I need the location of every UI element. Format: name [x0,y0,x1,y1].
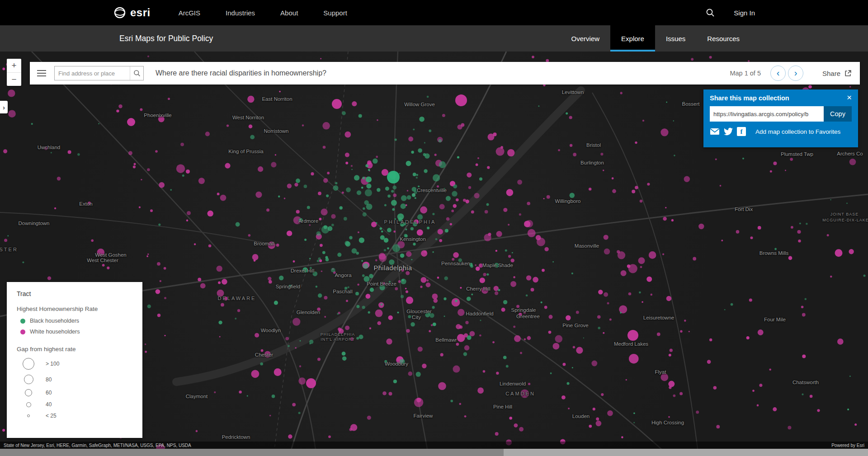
zoom-out-button[interactable]: − [7,72,21,86]
address-search-button[interactable] [130,66,143,80]
search-icon[interactable] [706,8,715,17]
map-counter: Map 1 of 5 [730,70,761,77]
tab-overview[interactable]: Overview [561,25,611,52]
nav-item-support[interactable]: Support [323,9,347,17]
nav-item-arcgis[interactable]: ArcGIS [179,9,200,17]
address-search [54,66,144,80]
share-url-field[interactable] [710,106,824,122]
esri-globe-icon [113,6,127,19]
legend-item: Black householders [20,318,132,324]
legend-size-row: 40 [17,401,132,408]
zoom-control: + − [7,59,21,86]
black-householders-swatch [20,319,25,324]
legend-item: White householders [20,329,132,335]
panel-expander[interactable]: › [0,101,8,113]
legend-size-row: 80 [17,375,132,384]
close-icon[interactable]: × [847,94,852,101]
global-header: esri ArcGIS Industries About Support Sig… [0,0,868,25]
powered-by-esri: Powered by Esri [831,443,864,448]
white-householders-swatch [20,329,25,334]
copy-button[interactable]: Copy [824,106,852,122]
size-circle [24,375,33,384]
menu-icon[interactable] [37,70,46,76]
logo-text: esri [130,6,151,19]
nav-item-about[interactable]: About [280,9,298,17]
share-panel: Share this map collection × Copy f Add m… [703,89,858,147]
twitter-share-icon[interactable] [724,127,733,136]
map-question-title: Where are there racial disparities in ho… [156,69,326,77]
legend-panel: Tract Highest Homeownership Rate Black h… [7,282,142,438]
share-button[interactable]: Share [822,70,840,77]
size-circle [27,414,30,417]
external-link-icon[interactable] [844,70,852,77]
zoom-in-button[interactable]: + [7,59,21,72]
horizontal-scrollbar[interactable] [0,449,868,456]
site-tabs: Overview Explore Issues Resources [561,25,750,52]
previous-map-button[interactable]: ‹ [770,66,786,81]
legend-section-title: Highest Homeownership Rate [17,306,132,312]
add-to-favorites-link[interactable]: Add map collection to Favorites [755,128,840,135]
email-share-icon[interactable] [710,128,720,135]
legend-size-section-title: Gap from highest rate [17,346,132,353]
size-circle [23,358,34,370]
tab-issues[interactable]: Issues [655,25,696,52]
address-search-input[interactable] [55,70,130,77]
esri-logo[interactable]: esri [113,6,151,19]
size-circle [26,402,31,407]
map-attribution: State of New Jersey, Esri, HERE, Garmin,… [0,442,868,449]
nav-item-industries[interactable]: Industries [226,9,255,17]
sign-in-link[interactable]: Sign In [734,9,755,17]
share-panel-title: Share this map collection [710,94,789,102]
attribution-sources: State of New Jersey, Esri, HERE, Garmin,… [4,443,191,448]
size-circle [25,389,32,396]
tab-explore[interactable]: Explore [610,25,655,52]
legend-layer-title: Tract [17,290,132,297]
site-title[interactable]: Esri Maps for Public Policy [119,34,213,43]
legend-size-row: 60 [17,389,132,396]
next-map-button[interactable]: › [788,66,803,81]
legend-size-row: < 25 [17,413,132,419]
tab-resources[interactable]: Resources [696,25,750,52]
map-toolbar: Where are there racial disparities in ho… [30,62,860,85]
global-nav: ArcGIS Industries About Support [179,9,347,17]
scrollbar-thumb[interactable] [0,449,504,456]
page: PhoenixvilleEast NorritonWillow GroveLev… [0,0,868,456]
site-subheader: Esri Maps for Public Policy Overview Exp… [0,25,868,52]
legend-size-row: > 100 [17,358,132,370]
magnifier-icon [133,70,141,77]
facebook-share-icon[interactable]: f [737,127,746,136]
